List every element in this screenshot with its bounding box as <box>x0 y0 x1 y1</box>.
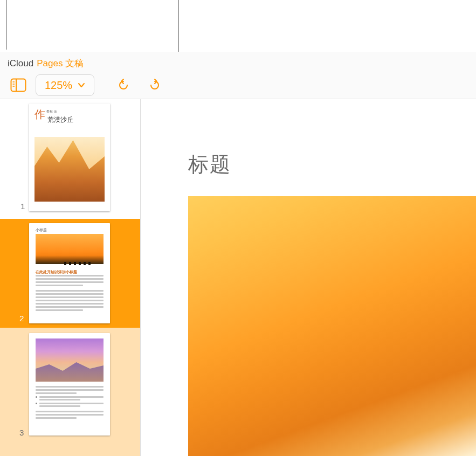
zoom-dropdown[interactable]: 125% <box>36 74 94 96</box>
thumb1-accent-char: 作 <box>35 109 45 120</box>
page-title[interactable]: 标题 <box>188 151 231 178</box>
breadcrumb-current[interactable]: Pages 文稿 <box>37 57 84 70</box>
sidebar-panel-icon <box>10 78 26 92</box>
document-canvas[interactable]: 标题 <box>141 99 476 456</box>
chevron-down-icon <box>78 81 85 89</box>
undo-icon <box>115 77 132 93</box>
thumb2-body-lines <box>36 275 104 318</box>
thumbnail-number: 2 <box>19 314 24 323</box>
thumb1-mini-label: 春秋·庄 <box>46 110 57 113</box>
breadcrumb[interactable]: iCloud Pages 文稿 <box>8 57 84 70</box>
callout-line <box>6 0 7 50</box>
thumbnail-number: 3 <box>19 428 24 437</box>
undo-button[interactable] <box>113 74 134 96</box>
zoom-value: 125% <box>45 79 72 92</box>
annotation-gap <box>0 0 476 52</box>
app-header: iCloud Pages 文稿 125% <box>0 52 476 99</box>
thumbnail-preview <box>29 333 110 436</box>
thumb2-small-heading: 小标题 <box>36 227 47 233</box>
thumb3-body-lines <box>36 386 104 420</box>
thumbnail-page-3[interactable]: 3 <box>0 328 141 456</box>
redo-icon <box>147 77 163 93</box>
redo-button[interactable] <box>144 74 165 96</box>
toolbar: 125% <box>8 74 165 96</box>
thumbnail-page-1[interactable]: 作 春秋·庄 荒漠沙丘 1 <box>0 99 141 219</box>
thumbnail-preview: 小标题 在此处开始以添加小标题 <box>29 223 110 323</box>
page-thumbnails-sidebar[interactable]: 作 春秋·庄 荒漠沙丘 1 小标题 在此处开始以添加小标题 <box>0 99 141 456</box>
thumbnail-page-2[interactable]: 小标题 在此处开始以添加小标题 2 <box>0 219 141 328</box>
view-panel-button[interactable] <box>8 74 29 96</box>
thumb2-section-heading: 在此处开始以添加小标题 <box>36 270 77 275</box>
breadcrumb-root[interactable]: iCloud <box>8 58 33 69</box>
hero-image[interactable] <box>188 196 476 456</box>
thumbnail-preview: 作 春秋·庄 荒漠沙丘 <box>29 103 110 211</box>
svg-rect-0 <box>11 79 26 92</box>
thumbnail-number: 1 <box>20 202 25 211</box>
thumb1-title: 荒漠沙丘 <box>47 115 73 125</box>
thumb2-silhouettes <box>61 257 99 262</box>
